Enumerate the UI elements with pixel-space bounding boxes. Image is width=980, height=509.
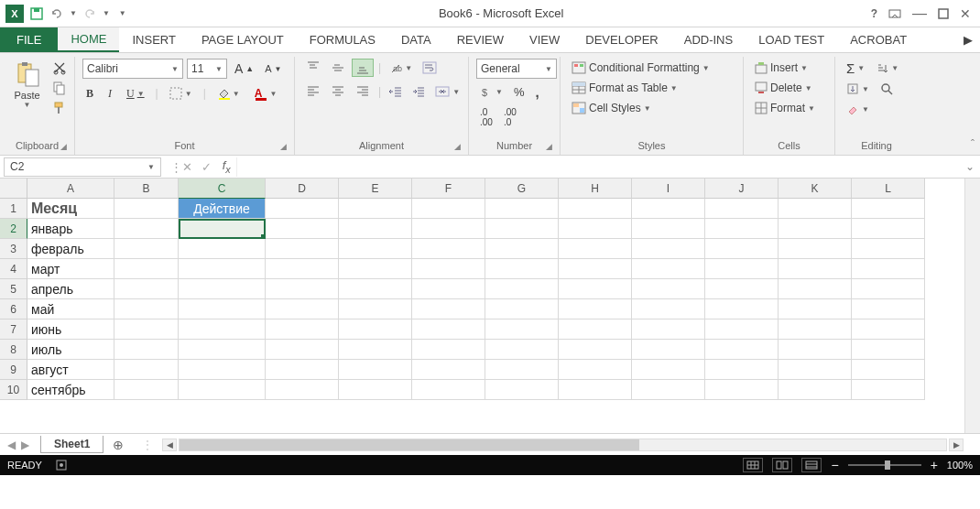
cell[interactable] bbox=[559, 199, 632, 219]
cell[interactable] bbox=[339, 299, 412, 319]
cell[interactable] bbox=[339, 340, 412, 360]
select-all-corner[interactable] bbox=[0, 179, 27, 199]
merge-center-icon[interactable]: ▼ bbox=[431, 82, 463, 101]
cell[interactable] bbox=[412, 380, 485, 400]
save-icon[interactable] bbox=[29, 6, 44, 21]
cell[interactable] bbox=[412, 340, 485, 360]
cell[interactable] bbox=[559, 239, 632, 259]
cell[interactable] bbox=[266, 279, 339, 299]
normal-view-icon[interactable] bbox=[743, 458, 763, 472]
cell[interactable] bbox=[485, 259, 559, 279]
qat-customize[interactable]: ▼ bbox=[119, 9, 126, 17]
tab-formulas[interactable]: FORMULAS bbox=[297, 27, 388, 52]
cell[interactable] bbox=[632, 360, 705, 380]
shrink-font-icon[interactable]: A▼ bbox=[261, 60, 285, 78]
cell-styles-button[interactable]: Cell Styles ▼ bbox=[568, 99, 713, 117]
cell[interactable] bbox=[412, 259, 485, 279]
tab-file[interactable]: FILE bbox=[0, 27, 58, 52]
bold-button[interactable]: B bbox=[82, 84, 97, 103]
underline-button[interactable]: U ▼ bbox=[123, 84, 148, 103]
copy-icon[interactable] bbox=[52, 81, 67, 95]
column-header[interactable]: I bbox=[632, 179, 705, 199]
cell[interactable] bbox=[266, 219, 339, 239]
number-format-select[interactable]: General▼ bbox=[476, 59, 557, 79]
cell[interactable] bbox=[179, 219, 266, 239]
tab-home[interactable]: HOME bbox=[58, 27, 119, 52]
cell[interactable] bbox=[705, 219, 779, 239]
tabs-scroll-right[interactable]: ▶ bbox=[956, 27, 980, 52]
cell[interactable]: август bbox=[27, 360, 114, 380]
row-header[interactable]: 8 bbox=[0, 340, 27, 360]
row-header[interactable]: 3 bbox=[0, 239, 27, 259]
cell[interactable] bbox=[632, 279, 705, 299]
sheet-nav-prev[interactable]: ◀ bbox=[7, 439, 16, 451]
cell[interactable] bbox=[339, 279, 412, 299]
align-left-icon[interactable] bbox=[302, 82, 324, 101]
cell[interactable] bbox=[705, 199, 779, 219]
find-select-button[interactable] bbox=[877, 80, 897, 98]
cell[interactable] bbox=[266, 199, 339, 219]
close-icon[interactable]: ✕ bbox=[960, 6, 971, 21]
cell[interactable] bbox=[559, 319, 632, 340]
insert-function-icon[interactable]: fx bbox=[217, 158, 236, 175]
font-dialog[interactable]: ◢ bbox=[280, 142, 287, 151]
macro-record-icon[interactable] bbox=[55, 459, 68, 471]
column-header[interactable]: H bbox=[559, 179, 632, 199]
formula-input[interactable] bbox=[236, 157, 960, 177]
tab-page-layout[interactable]: PAGE LAYOUT bbox=[189, 27, 297, 52]
cell[interactable] bbox=[485, 279, 559, 299]
cell[interactable] bbox=[339, 319, 412, 340]
cell[interactable] bbox=[852, 299, 925, 319]
cell[interactable] bbox=[559, 259, 632, 279]
row-header[interactable]: 10 bbox=[0, 380, 27, 400]
cell[interactable] bbox=[779, 319, 852, 340]
cell[interactable] bbox=[632, 219, 705, 239]
zoom-in-icon[interactable]: + bbox=[931, 458, 938, 472]
format-painter-icon[interactable] bbox=[52, 101, 67, 115]
cell[interactable] bbox=[779, 219, 852, 239]
cell[interactable] bbox=[485, 360, 559, 380]
cell[interactable] bbox=[779, 279, 852, 299]
tab-view[interactable]: VIEW bbox=[517, 27, 572, 52]
zoom-slider[interactable] bbox=[848, 464, 921, 466]
cell[interactable] bbox=[559, 299, 632, 319]
cell[interactable] bbox=[485, 319, 559, 340]
accounting-format-icon[interactable]: $▼ bbox=[476, 83, 506, 102]
cell[interactable] bbox=[179, 259, 266, 279]
wrap-text-icon[interactable] bbox=[419, 59, 441, 77]
cell[interactable]: июнь bbox=[27, 319, 114, 340]
cell[interactable]: май bbox=[27, 299, 114, 319]
row-header[interactable]: 1 bbox=[0, 199, 27, 219]
cell[interactable] bbox=[485, 199, 559, 219]
cell[interactable] bbox=[339, 199, 412, 219]
cell[interactable] bbox=[114, 319, 179, 340]
cell[interactable] bbox=[632, 380, 705, 400]
column-header[interactable]: K bbox=[779, 179, 852, 199]
tab-addins[interactable]: ADD-INS bbox=[671, 27, 746, 52]
cell[interactable] bbox=[485, 219, 559, 239]
row-header[interactable]: 6 bbox=[0, 299, 27, 319]
cell[interactable] bbox=[179, 340, 266, 360]
cell[interactable]: февраль bbox=[27, 239, 114, 259]
format-cells-button[interactable]: Format ▼ bbox=[751, 99, 819, 117]
sort-filter-button[interactable]: ▼ bbox=[872, 60, 902, 78]
comma-icon[interactable]: , bbox=[531, 82, 542, 102]
cell[interactable] bbox=[632, 319, 705, 340]
cell[interactable] bbox=[114, 239, 179, 259]
help-icon[interactable]: ? bbox=[871, 7, 877, 20]
column-header[interactable]: A bbox=[27, 179, 114, 199]
cell[interactable] bbox=[852, 360, 925, 380]
cell[interactable] bbox=[632, 259, 705, 279]
cell[interactable] bbox=[114, 199, 179, 219]
font-size-select[interactable]: 11▼ bbox=[187, 59, 227, 79]
cell[interactable] bbox=[114, 360, 179, 380]
clear-button[interactable]: ▼ bbox=[843, 100, 873, 118]
column-header[interactable]: E bbox=[339, 179, 412, 199]
tab-acrobat[interactable]: ACROBAT bbox=[837, 27, 920, 52]
tab-load-test[interactable]: LOAD TEST bbox=[746, 27, 837, 52]
cell[interactable] bbox=[114, 340, 179, 360]
cell[interactable] bbox=[266, 239, 339, 259]
cell[interactable] bbox=[632, 239, 705, 259]
cell[interactable] bbox=[266, 360, 339, 380]
cell[interactable] bbox=[412, 219, 485, 239]
